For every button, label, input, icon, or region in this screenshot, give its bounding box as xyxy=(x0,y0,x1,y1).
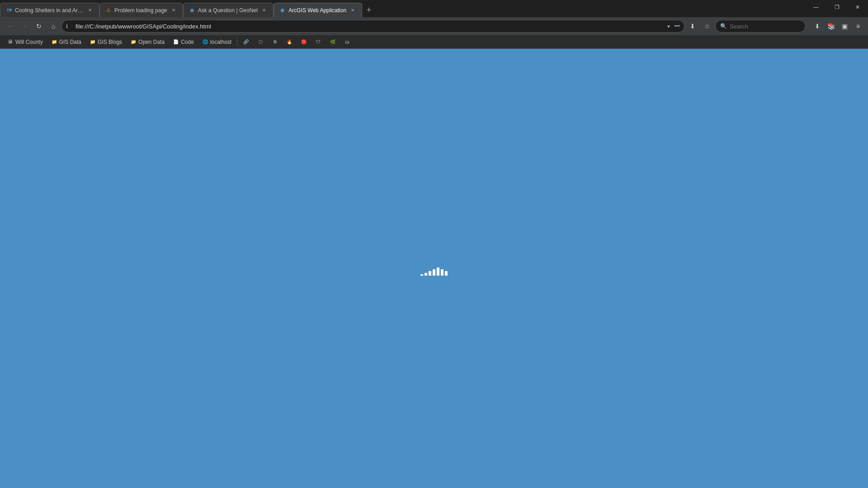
bookmark-item-bm11[interactable]: 🔴 xyxy=(297,38,311,47)
refresh-button[interactable]: ↻ xyxy=(33,20,45,33)
bookmark-item-bm10[interactable]: 🔥 xyxy=(283,38,296,47)
close-button[interactable]: ✕ xyxy=(847,0,868,14)
tab-favicon-tab1: 🗺 xyxy=(6,7,12,14)
bookmark-icon-bm7: 🔗 xyxy=(243,39,249,45)
loading-bar-2 xyxy=(429,271,431,276)
bookmark-icon-bm6: 🌐 xyxy=(202,39,208,45)
bookmark-label-bm4: Open Data xyxy=(138,39,165,45)
nav-right-controls: ⬇ ☆ xyxy=(686,20,713,33)
bookmark-separator xyxy=(237,38,237,46)
nav-far-right: ⬇ 📚 ▣ ≡ xyxy=(811,20,864,33)
download-button[interactable]: ⬇ xyxy=(811,20,824,33)
container-button[interactable]: ▣ xyxy=(838,20,851,33)
main-content xyxy=(0,49,868,488)
tab-title-tab4: ArcGIS Web Application xyxy=(288,7,346,14)
tab-title-tab3: Ask a Question | GeoNet xyxy=(198,7,258,14)
bookmark-icon-bm3: 📁 xyxy=(90,39,96,45)
minimize-button[interactable]: — xyxy=(806,0,826,14)
tab-favicon-tab4: ◉ xyxy=(279,7,286,14)
tab-tab4[interactable]: ◉ ArcGIS Web Application ✕ xyxy=(274,3,362,17)
tab-tab2[interactable]: ⚠ Problem loading page ✕ xyxy=(99,3,183,17)
address-info-icon: ℹ xyxy=(66,23,68,29)
tab-close-tab3[interactable]: ✕ xyxy=(260,7,268,14)
tab-close-tab4[interactable]: ✕ xyxy=(349,7,356,14)
restore-button[interactable]: ❐ xyxy=(826,0,847,14)
bookmark-icon-bm14: 🗂 xyxy=(344,39,350,45)
home-button[interactable]: ⌂ xyxy=(47,20,60,33)
bookmark-icon-bm5: 📄 xyxy=(173,39,179,45)
tab-title-tab1: Cooling Shelters in and Aroun... xyxy=(15,7,84,14)
menu-button[interactable]: ≡ xyxy=(852,20,864,33)
tab-bar: 🗺 Cooling Shelters in and Aroun... ✕ ⚠ P… xyxy=(0,0,868,17)
bookmark-icon-bm10: 🔥 xyxy=(286,39,292,45)
bookmark-item-bm8[interactable]: ⬡ xyxy=(254,38,267,47)
search-input[interactable] xyxy=(730,23,797,30)
tab-title-tab2: Problem loading page xyxy=(114,7,167,14)
bookmarks-bar: 🏛Will County📁GIS Data📁GIS Blogs📁Open Dat… xyxy=(0,35,868,49)
tab-close-tab2[interactable]: ✕ xyxy=(170,7,177,14)
bookmark-item-bm7[interactable]: 🔗 xyxy=(239,38,253,47)
bookmark-icon-bm11: 🔴 xyxy=(301,39,307,45)
back-button[interactable]: ← xyxy=(4,20,16,33)
bookmark-item-bm4[interactable]: 📁Open Data xyxy=(127,38,168,47)
bookmark-label-bm5: Code xyxy=(181,39,194,45)
loading-bar-0 xyxy=(420,274,423,276)
bookmark-icon-bm9: ⚙ xyxy=(272,39,278,45)
bookmark-item-bm1[interactable]: 🏛Will County xyxy=(4,38,47,47)
new-tab-button[interactable]: + xyxy=(362,3,376,17)
bookmark-item-bm13[interactable]: 🌿 xyxy=(326,38,340,47)
loading-indicator xyxy=(420,261,448,276)
bookmark-icon-bm2: 📁 xyxy=(51,39,57,45)
window-controls: — ❐ ✕ xyxy=(806,0,868,17)
bookmark-item-bm9[interactable]: ⚙ xyxy=(268,38,282,47)
bookmark-item-bm14[interactable]: 🗂 xyxy=(340,38,354,47)
bookmark-label-bm6: localhost xyxy=(210,39,231,45)
tab-favicon-tab3: ◉ xyxy=(189,7,195,14)
bookmark-item-bm12[interactable]: 🛡 xyxy=(311,38,325,47)
bookmark-icon-bm4: 📁 xyxy=(130,39,137,45)
tab-tab3[interactable]: ◉ Ask a Question | GeoNet ✕ xyxy=(183,3,274,17)
bookmark-label-bm3: GIS Blogs xyxy=(98,39,122,45)
bookmark-label-bm2: GIS Data xyxy=(59,39,81,45)
address-dropdown-icon[interactable]: ▼ xyxy=(666,24,671,29)
bookmark-item-bm6[interactable]: 🌐localhost xyxy=(198,38,235,47)
tab-tab1[interactable]: 🗺 Cooling Shelters in and Aroun... ✕ xyxy=(0,3,99,17)
browser-chrome: 🗺 Cooling Shelters in and Aroun... ✕ ⚠ P… xyxy=(0,0,868,49)
search-icon: 🔍 xyxy=(720,23,727,29)
synced-tabs-button[interactable]: 📚 xyxy=(825,20,837,33)
address-more-icon[interactable]: ••• xyxy=(674,23,680,29)
bookmark-item-bm3[interactable]: 📁GIS Blogs xyxy=(86,38,126,47)
loading-bar-5 xyxy=(441,269,443,276)
bookmark-icon-bm8: ⬡ xyxy=(257,39,264,45)
loading-bar-3 xyxy=(433,269,435,276)
address-bar-wrap: ℹ ▼ ••• xyxy=(61,20,684,33)
bookmark-button[interactable]: ☆ xyxy=(701,20,713,33)
bookmark-icon-bm1: 🏛 xyxy=(7,39,14,45)
nav-bar: ← → ↻ ⌂ ℹ ▼ ••• ⬇ ☆ 🔍 ⬇ 📚 ▣ ≡ xyxy=(0,17,868,35)
loading-bar-4 xyxy=(437,267,439,276)
search-box: 🔍 xyxy=(715,20,806,33)
tab-close-tab1[interactable]: ✕ xyxy=(86,7,94,14)
bookmark-icon-bm13: 🌿 xyxy=(330,39,336,45)
pocket-button[interactable]: ⬇ xyxy=(686,20,699,33)
loading-bar-1 xyxy=(425,273,427,276)
forward-button[interactable]: → xyxy=(18,20,31,33)
tab-favicon-tab2: ⚠ xyxy=(105,7,112,14)
bookmark-item-bm5[interactable]: 📄Code xyxy=(169,38,198,47)
bookmark-icon-bm12: 🛡 xyxy=(315,39,321,45)
bookmark-item-bm2[interactable]: 📁GIS Data xyxy=(47,38,85,47)
loading-bar-6 xyxy=(445,271,448,276)
address-bar[interactable] xyxy=(61,20,684,33)
bookmark-label-bm1: Will County xyxy=(15,39,43,45)
